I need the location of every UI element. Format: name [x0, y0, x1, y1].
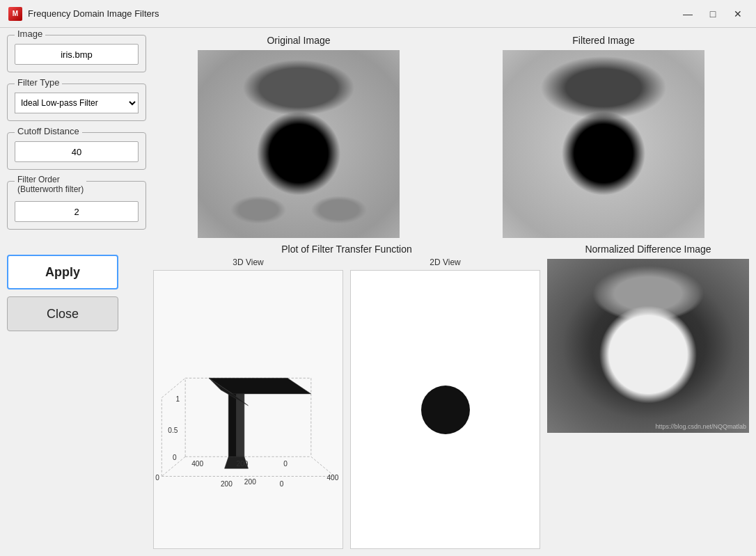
- apply-button[interactable]: Apply: [7, 255, 118, 289]
- right-panel: Original Image Filtered Image Plot of Fi…: [153, 35, 749, 549]
- top-images-row: Original Image Filtered Image: [153, 35, 749, 238]
- 2d-view-box: 2D View: [350, 257, 540, 549]
- bottom-section: Plot of Filter Transfer Function 3D View: [153, 244, 749, 549]
- normalized-image-box: https://blog.csdn.net/NQQmatlab: [547, 259, 749, 433]
- filtered-eye-image: [503, 50, 704, 238]
- filtered-image-section: Filtered Image: [503, 35, 704, 238]
- filtered-image-box: [503, 50, 704, 238]
- svg-text:200: 200: [244, 478, 256, 486]
- svg-text:200: 200: [221, 480, 233, 488]
- watermark-text: https://blog.csdn.net/NQQmatlab: [655, 423, 746, 430]
- left-panel: Image Filter Type Ideal Low-pass Filter …: [7, 35, 146, 549]
- 2d-plot-area: [351, 271, 540, 548]
- maximize-button[interactable]: □: [703, 7, 723, 21]
- svg-text:200: 200: [237, 460, 249, 468]
- 3d-plot-svg: 400 200 0 0 0.5 1 400 200: [154, 271, 342, 548]
- image-input[interactable]: [15, 44, 139, 65]
- filter-type-select[interactable]: Ideal Low-pass Filter Butterworth Low-pa…: [15, 93, 139, 113]
- filtered-image-label: Filtered Image: [572, 35, 634, 46]
- 3d-view-box: 3D View: [153, 257, 343, 549]
- plot-label: Plot of Filter Transfer Function: [281, 244, 412, 255]
- 3d-view-label: 3D View: [233, 257, 263, 267]
- titlebar: M Frequency Domain Image Filters — □ ✕: [0, 0, 756, 28]
- svg-line-9: [162, 378, 185, 397]
- svg-text:0: 0: [283, 460, 288, 468]
- filter-type-legend: Filter Type: [15, 77, 62, 88]
- 2d-view-label: 2D View: [430, 257, 460, 267]
- original-image-section: Original Image: [198, 35, 400, 238]
- filter-order-input[interactable]: [15, 201, 139, 222]
- original-eye-image: [198, 50, 400, 238]
- normalized-eye-image: [547, 259, 749, 433]
- plot-views: 3D View: [153, 257, 540, 549]
- image-legend: Image: [15, 29, 45, 39]
- cutoff-distance-input[interactable]: [15, 141, 139, 162]
- image-group: Image: [7, 35, 146, 72]
- original-image-box: [198, 50, 400, 238]
- close-button[interactable]: Close: [7, 296, 118, 331]
- 2d-filter-circle: [421, 386, 470, 434]
- normalized-label: Normalized Difference Image: [585, 244, 711, 255]
- main-content: Image Filter Type Ideal Low-pass Filter …: [0, 28, 756, 556]
- svg-text:0.5: 0.5: [168, 427, 178, 434]
- filter-order-legend: Filter Order(Butterworth filter): [15, 175, 86, 195]
- cutoff-distance-group: Cutoff Distance: [7, 132, 146, 170]
- plot-section: Plot of Filter Transfer Function 3D View: [153, 244, 540, 549]
- svg-text:400: 400: [326, 474, 338, 482]
- close-window-button[interactable]: ✕: [728, 7, 748, 21]
- svg-text:0: 0: [155, 474, 159, 482]
- normalized-section: Normalized Difference Image https://blog…: [547, 244, 749, 549]
- filter-order-group: Filter Order(Butterworth filter): [7, 181, 146, 230]
- button-row: Apply Close: [7, 255, 146, 331]
- filter-type-group: Filter Type Ideal Low-pass Filter Butter…: [7, 84, 146, 121]
- svg-text:1: 1: [176, 395, 180, 403]
- cutoff-distance-legend: Cutoff Distance: [15, 126, 82, 136]
- 3d-plot-canvas: 400 200 0 0 0.5 1 400 200: [153, 270, 343, 549]
- svg-marker-11: [228, 394, 236, 456]
- svg-text:0: 0: [173, 454, 177, 461]
- window-title: Frequency Domain Image Filters: [28, 8, 678, 19]
- minimize-button[interactable]: —: [678, 7, 698, 21]
- window-controls: — □ ✕: [678, 7, 748, 21]
- 2d-plot-canvas: [350, 270, 540, 549]
- svg-marker-12: [237, 394, 244, 456]
- svg-text:0: 0: [280, 480, 284, 488]
- app-icon: M: [8, 7, 22, 21]
- svg-text:400: 400: [191, 460, 203, 468]
- original-image-label: Original Image: [267, 35, 330, 46]
